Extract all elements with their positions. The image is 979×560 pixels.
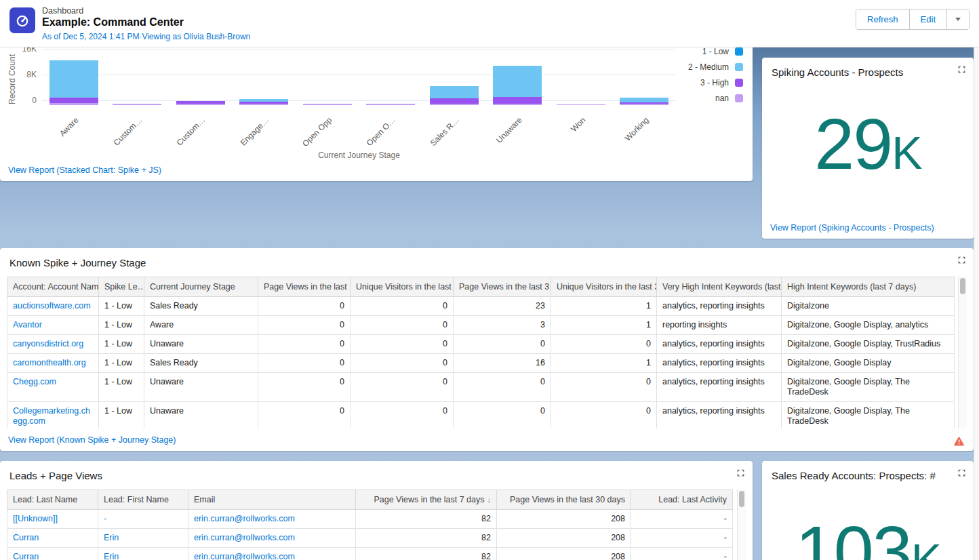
as-of-viewing-as-text[interactable]: As of Dec 5, 2024 1:41 PM·Viewing as Oli…: [42, 32, 856, 41]
more-actions-button[interactable]: [947, 9, 969, 29]
view-report-link[interactable]: View Report (Stacked Chart: Spike + JS): [8, 165, 161, 175]
table-cell: reporting insights: [657, 316, 782, 335]
bar-segment-2 - Medium[interactable]: [493, 66, 542, 97]
record-link[interactable]: Chegg.com: [13, 377, 56, 386]
column-header[interactable]: Page Views in the last …: [258, 277, 351, 297]
table-cell: analytics, reporting insights: [657, 297, 782, 316]
record-link[interactable]: Erin: [104, 533, 119, 542]
bar-segment-nan[interactable]: [366, 104, 415, 105]
record-link[interactable]: Curran: [13, 552, 39, 560]
bar-Won[interactable]: [557, 104, 605, 105]
x-tick-label: Aware: [58, 115, 81, 138]
column-header[interactable]: Very High Intent Keywords (last 7…: [657, 277, 782, 297]
record-link[interactable]: erin.curran@rollworks.com: [194, 552, 295, 560]
record-link[interactable]: -: [104, 514, 106, 523]
bar-Custom…[interactable]: [176, 101, 225, 105]
table-cell: 0: [258, 335, 351, 354]
bar-segment-nan[interactable]: [430, 104, 479, 105]
column-header[interactable]: Unique Visitors in the last …: [351, 277, 454, 297]
bar-segment-nan[interactable]: [113, 104, 161, 105]
bar-Aware[interactable]: [49, 60, 98, 105]
bar-segment-3 - High[interactable]: [49, 98, 98, 104]
warning-icon[interactable]: [954, 437, 964, 446]
bar-Unaware[interactable]: [493, 66, 542, 105]
column-header[interactable]: Email: [188, 490, 356, 510]
bar-segment-nan[interactable]: [49, 103, 98, 105]
bar-segment-3 - High[interactable]: [430, 98, 479, 104]
column-header[interactable]: Page Views in the last 30 days: [497, 490, 631, 510]
bar-segment-2 - Medium[interactable]: [49, 60, 98, 98]
bar-segment-nan[interactable]: [557, 104, 605, 105]
y-tick-label: 0: [32, 96, 37, 105]
column-header[interactable]: Page Views in the last 3…: [454, 277, 551, 297]
legend-item-3 - High[interactable]: 3 - High: [668, 78, 743, 87]
bar-Custom…[interactable]: [113, 104, 161, 105]
expand-icon[interactable]: [957, 468, 966, 477]
record-link[interactable]: caromonthealth.org: [13, 358, 86, 367]
x-tick-label: Custom…: [175, 115, 207, 148]
view-report-link[interactable]: View Report (Spiking Accounts - Prospect…: [770, 223, 934, 233]
table-cell: 0: [351, 335, 454, 354]
column-header[interactable]: Lead: Last Name: [7, 490, 98, 510]
column-header[interactable]: Lead: Last Activity: [631, 490, 733, 510]
column-header[interactable]: Lead: First Name: [98, 490, 188, 510]
bar-segment-2 - Medium[interactable]: [620, 98, 668, 103]
expand-icon[interactable]: [736, 468, 745, 477]
legend-item-2 - Medium[interactable]: 2 - Medium: [668, 62, 743, 72]
bar-segment-nan[interactable]: [493, 104, 542, 105]
bar-segment-nan[interactable]: [176, 104, 225, 105]
bar-Sales R…[interactable]: [430, 86, 479, 105]
table-cell: 0: [454, 373, 551, 402]
legend-item-nan[interactable]: nan: [668, 94, 743, 103]
bar-Open Opp[interactable]: [303, 104, 352, 105]
record-link[interactable]: Erin: [104, 552, 119, 560]
record-link[interactable]: Collegemarketing.chegg.com: [13, 406, 90, 426]
legend-swatch: [735, 94, 743, 102]
bar-Engage…[interactable]: [239, 99, 288, 105]
widget-leads-page-views: Leads + Page Views Lead: Last NameLead: …: [0, 461, 753, 560]
known-spike-table-viewport: Account: Account NameSpike Le…Current Jo…: [7, 277, 967, 428]
record-link[interactable]: Avantor: [13, 320, 42, 329]
record-link[interactable]: auctionsoftware.com: [13, 301, 91, 311]
record-link[interactable]: erin.curran@rollworks.com: [194, 514, 295, 523]
refresh-button[interactable]: Refresh: [856, 9, 910, 29]
table-cell: Digitalzone, Google Display, analytics: [782, 316, 955, 335]
scrollbar-thumb[interactable]: [960, 278, 965, 294]
bar-segment-nan[interactable]: [303, 104, 352, 105]
table-row: Avantor1 - LowAware0031reporting insight…: [7, 316, 955, 335]
record-link[interactable]: canyonsdistrict.org: [13, 339, 83, 348]
column-header[interactable]: High Intent Keywords (last 7 days): [782, 277, 955, 297]
view-report-link[interactable]: View Report (Known Spike + Journey Stage…: [8, 435, 176, 445]
sort-desc-icon: ↓: [487, 496, 492, 504]
expand-icon[interactable]: [957, 256, 966, 264]
column-header[interactable]: Account: Account Name: [7, 277, 99, 297]
scrollbar-thumb[interactable]: [739, 491, 744, 507]
page-scrollbar[interactable]: [974, 47, 979, 560]
table-cell: analytics, reporting insights: [657, 373, 782, 402]
record-link[interactable]: erin.curran@rollworks.com: [194, 533, 295, 542]
known-table: Account: Account NameSpike Le…Current Jo…: [7, 277, 955, 428]
metric-unit: K: [911, 534, 940, 560]
legend-label: nan: [715, 94, 729, 103]
vertical-scrollbar[interactable]: [737, 489, 746, 560]
column-header[interactable]: Page Views in the last 7 days↓: [356, 490, 497, 510]
column-header[interactable]: Unique Visitors in the last 3…: [551, 277, 657, 297]
vertical-scrollbar[interactable]: [958, 277, 967, 428]
column-header[interactable]: Current Journey Stage: [144, 277, 258, 297]
chart-plot: 16K8K0: [42, 44, 676, 105]
bar-segment-nan[interactable]: [239, 104, 288, 105]
record-link[interactable]: [[Unknown]]: [13, 514, 58, 523]
bar-Working[interactable]: [620, 98, 668, 105]
record-link[interactable]: Curran: [13, 533, 39, 542]
bar-segment-3 - High[interactable]: [493, 97, 542, 104]
metric-value: 29K: [814, 104, 921, 184]
bar-segment-nan[interactable]: [620, 104, 668, 105]
edit-button[interactable]: Edit: [910, 9, 947, 29]
column-header[interactable]: Spike Le…: [99, 277, 144, 297]
bar-segment-2 - Medium[interactable]: [430, 86, 479, 99]
table-cell: 1: [551, 297, 657, 316]
table-cell: -: [631, 510, 733, 529]
legend-item-1 - Low[interactable]: 1 - Low: [668, 47, 743, 56]
expand-icon[interactable]: [957, 65, 966, 74]
bar-Open O…[interactable]: [366, 104, 415, 105]
